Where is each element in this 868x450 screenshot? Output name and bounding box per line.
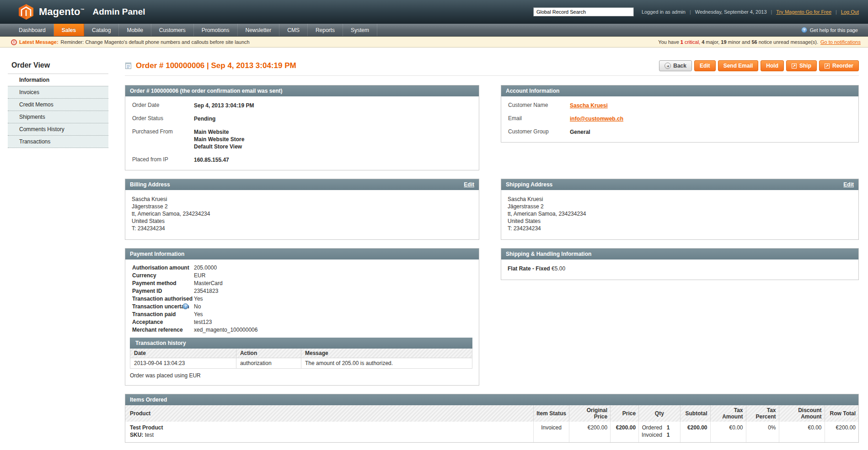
notice-count: 56 [751,39,757,45]
popup-window-icon: ↗ [792,64,797,69]
payment-row: Transaction authorised Yes [125,296,479,302]
billing-edit-link[interactable]: Edit [464,181,474,188]
shipping-address-body: Sascha Kruesi Jägerstrasse 2 tt, America… [501,190,858,239]
item-sku: SKU: test [130,431,530,439]
order-status-row: Order Status Pending [125,115,479,122]
you-have-text: You have [658,39,679,45]
order-date-row: Order Date Sep 4, 2013 3:04:19 PM [125,102,479,109]
transaction-row: 2013-09-04 13:04:23 authorization The am… [130,358,472,369]
logout-link[interactable]: Log Out [841,9,859,15]
payment-row: Merchant reference xed_magento_100000006 [125,327,479,333]
customer-email-label: Email [508,115,570,122]
order-status-label: Order Status [132,115,194,122]
nav-item-promotions[interactable]: Promotions [194,24,238,36]
shipping-handling-header: Shipping & Handling Information [501,249,858,259]
address-line: tt, American Samoa, 234234234 [508,210,852,217]
try-magento-link[interactable]: Try Magento Go for Free [776,9,831,15]
item-status: Invoiced [534,422,569,442]
col-product: Product [125,405,534,422]
ship-button[interactable]: ↗ Ship [786,60,817,71]
go-to-notifications-link[interactable]: Go to notifications [820,39,861,45]
col-action: Action [236,349,301,358]
col-tax-percent: Tax Percent [746,405,779,422]
item-subtotal: €200.00 [680,422,710,442]
payment-row: Transaction paid Yes [125,312,479,318]
payment-row: Acceptance test123 [125,319,479,325]
customer-group-label: Customer Group [508,128,570,136]
customer-name-label: Customer Name [508,102,570,109]
nav-item-system[interactable]: System [343,24,377,36]
nav-item-newsletter[interactable]: Newsletter [238,24,280,36]
transaction-message: The amount of 205.00 is authorized. [301,358,472,369]
sidebar-item-shipments[interactable]: Shipments [8,111,108,123]
sidebar-item-comments-history[interactable]: Comments History [8,123,108,136]
order-status-value: Pending [194,115,215,122]
global-search-input[interactable] [533,7,634,16]
critical-label: critical, [685,39,700,45]
latest-message-text: Reminder: Change Magento's default phone… [61,39,250,45]
order-date-value: Sep 4, 2013 3:04:19 PM [194,102,254,109]
send-email-button[interactable]: Send Email [718,60,759,71]
sidebar-item-invoices[interactable]: Invoices [8,86,108,99]
hold-button[interactable]: Hold [761,60,784,71]
purchased-from-row: Purchased From Main Website Main Website… [125,128,479,150]
billing-address-body: Sascha Kruesi Jägerstrasse 2 tt, America… [125,190,479,239]
col-original-price: Original Price [569,405,611,422]
item-row: Test Product SKU: test Invoiced €200.00 … [125,422,858,442]
major-label: major, [706,39,719,45]
nav-item-cms[interactable]: CMS [279,24,308,36]
help-icon[interactable]: ? [182,303,188,309]
nav-item-reports[interactable]: Reports [308,24,343,36]
magento-logo-icon [18,4,34,20]
unread-summary: You have 1 critical, 4 major, 19 minor a… [658,39,861,45]
col-price: Price [611,405,639,422]
payment-info-header: Payment Information [125,249,479,259]
address-line: Jägerstrasse 2 [508,203,852,210]
latest-message: ! Latest Message: Reminder: Change Magen… [11,39,250,45]
shipping-handling-panel: Shipping & Handling Information Flat Rat… [501,248,859,280]
customer-email-link[interactable]: info@customweb.ch [570,115,623,122]
payment-row-uncertain: Transaction uncertain? No [125,304,479,310]
edit-button[interactable]: Edit [694,60,716,71]
col-row-total: Row Total [825,405,858,422]
nav-item-mobile[interactable]: Mobile [119,24,151,36]
col-discount-amount: Discount Amount [779,405,825,422]
sidebar-item-information[interactable]: Information [8,74,108,86]
separator: | [771,9,772,15]
payment-row: Payment ID 23541823 [125,288,479,294]
shipping-edit-link[interactable]: Edit [843,181,854,188]
logged-in-text: Logged in as admin [642,9,686,15]
separator: | [836,9,837,15]
major-count: 4 [702,39,704,45]
back-button[interactable]: ◄ Back [659,60,692,71]
shipping-address-header: Shipping Address Edit [501,179,858,190]
item-tax-percent: 0% [746,422,779,442]
payment-row: Currency EUR [125,273,479,279]
item-row-total: €200.00 [825,422,858,442]
nav-item-catalog[interactable]: Catalog [84,24,119,36]
nav-item-dashboard[interactable]: Dashboard [11,24,54,36]
current-date: Wednesday, September 4, 2013 [695,9,767,15]
currency-footnote: Order was placed using EUR [125,369,479,379]
billing-address-panel: Billing Address Edit Sascha Kruesi Jäger… [125,179,479,240]
sidebar-item-credit-memos[interactable]: Credit Memos [8,99,108,111]
payment-row: Payment method MasterCard [125,281,479,286]
customer-group-row: Customer Group General [501,128,858,136]
customer-name-link[interactable]: Sascha Kruesi [570,102,608,109]
get-help-link[interactable]: ? Get help for this page [801,24,868,36]
content: Order View Information Invoices Credit M… [0,48,868,450]
trademark: ™ [80,8,84,12]
nav-item-sales[interactable]: Sales [54,24,84,36]
nav-item-customers[interactable]: Customers [151,24,194,36]
separator: | [690,9,691,15]
address-line: Jägerstrasse 2 [132,203,472,210]
main-nav: Dashboard Sales Catalog Mobile Customers… [0,24,868,37]
items-ordered-panel: Items Ordered Product Item Status Origin… [125,394,859,443]
page-title-text: Order # 100000006 | Sep 4, 2013 3:04:19 … [136,61,296,70]
item-qty: Ordered1 Invoiced1 [639,422,680,442]
reorder-button[interactable]: ↗ Reorder [819,60,859,71]
order-view-sidebar: Order View Information Invoices Credit M… [8,60,108,450]
item-discount-amount: €0.00 [779,422,825,442]
sidebar-item-transactions[interactable]: Transactions [8,136,108,148]
shipping-address-panel: Shipping Address Edit Sascha Kruesi Jäge… [501,179,859,240]
